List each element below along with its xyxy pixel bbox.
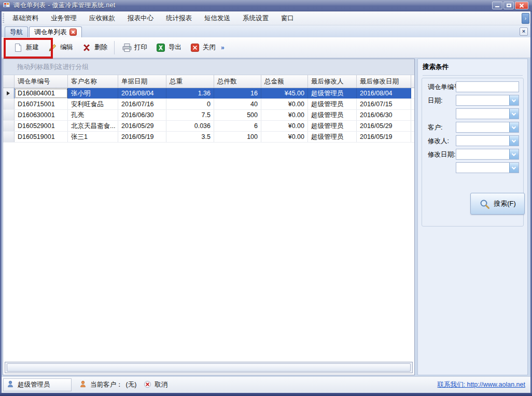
- grid-cell[interactable]: 孔亮: [68, 110, 118, 120]
- toolbar-button-3[interactable]: 打印: [117, 40, 151, 55]
- grid-cell[interactable]: 超级管理员: [308, 121, 357, 131]
- grid-cell[interactable]: 张小明: [68, 88, 118, 98]
- grid-cell[interactable]: 2016/07/15: [357, 99, 411, 109]
- grid-cell[interactable]: 2016/05/29: [118, 121, 166, 131]
- search-panel: 搜索条件 调仓单编号:日期:客户:修改人:修改日期: 搜索(F): [417, 59, 528, 375]
- dropdown-button[interactable]: [509, 122, 519, 132]
- table-row[interactable]: D160630001孔亮2016/06/307.5500¥0.00超级管理员20…: [3, 110, 414, 121]
- toolbar-button-1[interactable]: 编辑: [43, 40, 77, 55]
- menu-item-7[interactable]: 窗口: [275, 12, 300, 25]
- menu-item-5[interactable]: 短信发送: [198, 12, 236, 25]
- table-row[interactable]: D160715001安利旺食品2016/07/16040¥0.00超级管理员20…: [3, 99, 414, 110]
- search-field-dropdown-6[interactable]: [456, 162, 519, 173]
- search-field-row-5: 修改日期:: [425, 149, 520, 160]
- grid-cell[interactable]: D160804001: [15, 88, 68, 98]
- grid-cell[interactable]: 2016/07/16: [118, 99, 166, 109]
- grid-cell[interactable]: 3.5: [166, 132, 214, 142]
- minimize-button[interactable]: [492, 2, 502, 9]
- grid-cell[interactable]: 张三1: [68, 132, 118, 142]
- toolbar-button-0[interactable]: 新建: [9, 40, 43, 55]
- tab-close-icon[interactable]: [69, 29, 77, 36]
- dropdown-button[interactable]: [509, 95, 519, 105]
- menu-item-0[interactable]: 基础资料: [6, 12, 45, 25]
- grid-cell[interactable]: 100: [214, 132, 261, 142]
- grid-cell[interactable]: 16: [214, 88, 261, 98]
- grid-column-header-1[interactable]: 客户名称: [68, 75, 118, 88]
- grid-column-header-4[interactable]: 总件数: [214, 75, 261, 88]
- grid-cell[interactable]: 6: [214, 121, 261, 131]
- menu-item-6[interactable]: 系统设置: [236, 12, 275, 25]
- grid-column-header-7[interactable]: 最后修改日期: [357, 75, 411, 88]
- grid-cell[interactable]: D160519001: [15, 132, 68, 142]
- maximize-button[interactable]: [503, 2, 514, 9]
- grid-cell[interactable]: 0.036: [166, 121, 214, 131]
- grid-cell[interactable]: 2016/05/29: [357, 121, 411, 131]
- grid-column-header-2[interactable]: 单据日期: [118, 75, 166, 88]
- grid-cell[interactable]: 2016/06/30: [118, 110, 166, 120]
- grid-cell[interactable]: 500: [214, 110, 261, 120]
- grid-cell[interactable]: 7.5: [166, 110, 214, 120]
- menu-item-1[interactable]: 业务管理: [45, 12, 83, 25]
- menu-item-3[interactable]: 报表中心: [121, 12, 160, 25]
- toolbar-button-label: 删除: [94, 43, 107, 52]
- scrollbar-thumb[interactable]: [7, 363, 411, 372]
- search-button[interactable]: 搜索(F): [470, 193, 525, 215]
- grid-cell[interactable]: 1.36: [166, 88, 214, 98]
- grid-cell[interactable]: D160715001: [15, 99, 68, 109]
- search-field-dropdown-1[interactable]: [456, 95, 519, 106]
- tab-1[interactable]: 调仓单列表: [29, 26, 82, 37]
- transfer-order-number-input[interactable]: [456, 81, 519, 92]
- cancel-customer-button[interactable]: 取消: [144, 380, 167, 390]
- grid-cell[interactable]: 超级管理员: [308, 132, 357, 142]
- search-field-dropdown-3[interactable]: [456, 122, 519, 133]
- tab-0[interactable]: 导航: [5, 26, 28, 37]
- search-field-dropdown-5[interactable]: [456, 149, 519, 160]
- table-row[interactable]: D160519001张三12016/05/193.5100¥0.00超级管理员2…: [3, 132, 414, 143]
- grid-cell[interactable]: ¥0.00: [261, 110, 308, 120]
- menu-item-4[interactable]: 统计报表: [160, 12, 198, 25]
- grid-cell[interactable]: 超级管理员: [308, 99, 357, 109]
- toolbar-button-5[interactable]: 关闭: [186, 40, 220, 55]
- dropdown-button[interactable]: [509, 109, 519, 119]
- grid-cell[interactable]: D160630001: [15, 110, 68, 120]
- grid-cell[interactable]: 超级管理员: [308, 88, 357, 98]
- grid-cell[interactable]: ¥0.00: [261, 99, 308, 109]
- table-row[interactable]: D160529001北京天昌斋食...2016/05/290.0366¥0.00…: [3, 121, 414, 132]
- grid-cell[interactable]: 2016/05/19: [118, 132, 166, 142]
- content-area: 拖动列标题到这进行分组 调仓单编号客户名称单据日期总重总件数总金额最后修改人最后…: [2, 58, 530, 376]
- grid-column-header-0[interactable]: 调仓单编号: [15, 75, 68, 88]
- grid-cell[interactable]: 2016/08/04: [357, 88, 411, 98]
- grid-cell[interactable]: ¥0.00: [261, 121, 308, 131]
- grid-cell[interactable]: ¥0.00: [261, 132, 308, 142]
- dropdown-button[interactable]: [509, 149, 519, 159]
- toolbar-button-4[interactable]: 导出: [151, 40, 186, 55]
- toolbar-overflow-icon[interactable]: »: [221, 44, 225, 51]
- grid-cell[interactable]: 超级管理员: [308, 110, 357, 120]
- grid-cell[interactable]: D160529001: [15, 121, 68, 131]
- grid-cell[interactable]: 北京天昌斋食...: [68, 121, 118, 131]
- grid-cell[interactable]: 2016/06/30: [357, 110, 411, 120]
- table-row[interactable]: D160804001张小明2016/08/041.3616¥45.00超级管理员…: [3, 88, 414, 99]
- grid-cell[interactable]: ¥45.00: [261, 88, 308, 98]
- grid-cell[interactable]: 0: [166, 99, 214, 109]
- contact-link[interactable]: 联系我们: http://www.aolan.net: [437, 380, 525, 389]
- grid-cell[interactable]: 安利旺食品: [68, 99, 118, 109]
- group-by-bar[interactable]: 拖动列标题到这进行分组: [3, 59, 414, 75]
- dropdown-button[interactable]: [509, 136, 519, 146]
- app-icon: [3, 1, 11, 11]
- menu-overflow-button[interactable]: ›: [522, 13, 529, 24]
- grid-column-header-6[interactable]: 最后修改人: [308, 75, 357, 88]
- dropdown-button[interactable]: [509, 163, 519, 173]
- grid-cell[interactable]: 40: [214, 99, 261, 109]
- grid-column-header-3[interactable]: 总重: [166, 75, 214, 88]
- menu-item-2[interactable]: 应收账款: [83, 12, 121, 25]
- toolbar-button-2[interactable]: 删除: [77, 40, 111, 55]
- grid-column-header-5[interactable]: 总金额: [261, 75, 308, 88]
- grid-cell[interactable]: 2016/05/19: [357, 132, 411, 142]
- grid-cell[interactable]: 2016/08/04: [118, 88, 166, 98]
- horizontal-scrollbar[interactable]: [5, 362, 413, 373]
- search-field-dropdown-2[interactable]: [456, 108, 519, 119]
- search-field-dropdown-4[interactable]: [456, 135, 519, 146]
- close-button[interactable]: [515, 2, 528, 9]
- tabstrip-close-button[interactable]: ×: [520, 27, 528, 36]
